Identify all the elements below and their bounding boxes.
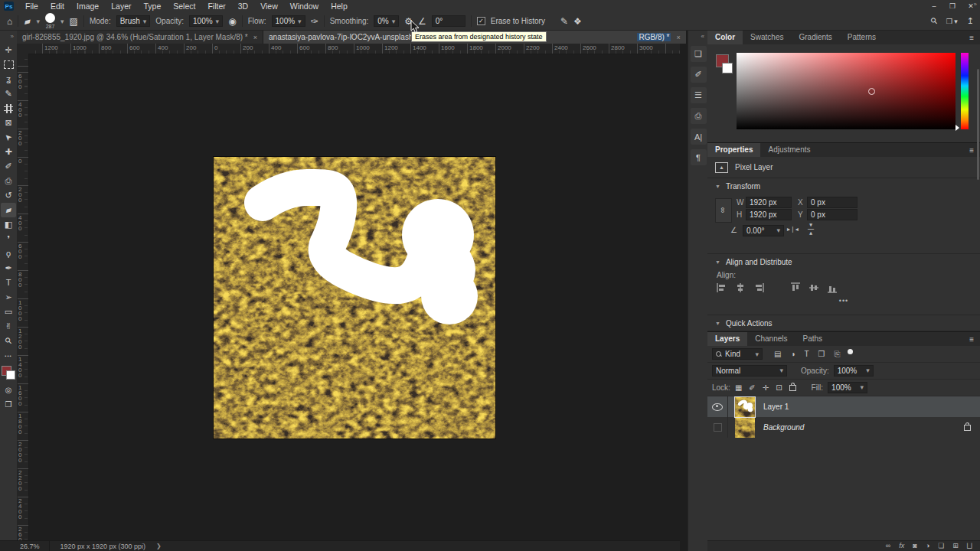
kind-filter-type-icon[interactable]: T: [805, 350, 809, 359]
lock-transparent-icon[interactable]: ▦: [735, 383, 742, 392]
x-field[interactable]: 0 px: [807, 197, 858, 208]
layers-tab-layers[interactable]: Layers: [707, 332, 747, 346]
edit-toolbar[interactable]: •••: [1, 348, 16, 363]
link-layers-icon[interactable]: ∞: [886, 543, 890, 549]
move-tool[interactable]: ✛: [1, 43, 16, 57]
vertical-ruler[interactable]: 6004002000200400600800100012001400160018…: [17, 54, 29, 541]
layer-opacity-dropdown[interactable]: 100%▾: [834, 365, 874, 377]
kind-filter-pixel-icon[interactable]: ▤: [774, 350, 781, 359]
share-icon[interactable]: ↥: [967, 16, 974, 26]
object-selection-tool[interactable]: ✎: [1, 86, 16, 101]
crop-tool[interactable]: [1, 101, 16, 116]
brush-settings-panel-icon[interactable]: ✐: [691, 67, 707, 83]
search-icon[interactable]: ⚲: [928, 15, 939, 27]
ruler-origin-corner[interactable]: [17, 44, 29, 54]
flip-horizontal-icon[interactable]: ▸❘◂: [787, 226, 799, 233]
hue-slider[interactable]: [961, 53, 969, 129]
layers-tab-channels[interactable]: Channels: [747, 332, 795, 346]
layer-effects-icon[interactable]: fx: [899, 543, 904, 549]
zoom-tool[interactable]: ⚲: [1, 334, 16, 348]
clone-source-panel-icon[interactable]: ⎙: [691, 108, 707, 124]
eyedropper-tool[interactable]: ➤: [1, 130, 16, 145]
color-picker-marker[interactable]: [868, 88, 875, 95]
menu-help[interactable]: Help: [325, 0, 354, 12]
dodge-tool[interactable]: ϙ: [1, 246, 16, 261]
hue-slider-marker[interactable]: [956, 125, 959, 131]
lasso-tool[interactable]: ʓ: [1, 72, 16, 86]
menu-layer[interactable]: Layer: [105, 0, 137, 12]
fill-dropdown[interactable]: 100%▾: [828, 382, 867, 393]
flip-vertical-icon[interactable]: ▸❘◂: [805, 226, 817, 233]
clone-stamp-tool[interactable]: ⎙: [1, 174, 16, 188]
menu-file[interactable]: File: [19, 0, 44, 12]
menu-filter[interactable]: Filter: [201, 0, 231, 12]
align-right-button[interactable]: [753, 282, 764, 293]
menu-edit[interactable]: Edit: [44, 0, 70, 12]
panels-collapse-icon[interactable]: »: [974, 1, 977, 8]
blend-mode-dropdown[interactable]: Normal▾: [712, 365, 787, 377]
tab-close-icon[interactable]: ×: [676, 34, 680, 41]
quick-actions-header[interactable]: ▼ Quick Actions: [715, 319, 972, 328]
eraser-preset-chevron-icon[interactable]: ▾: [36, 18, 40, 25]
new-layer-icon[interactable]: ⊞: [952, 543, 959, 549]
properties-scrollbar[interactable]: [977, 69, 979, 180]
y-field[interactable]: 0 px: [807, 209, 858, 220]
width-field[interactable]: 1920 px: [746, 197, 792, 208]
filter-toggle[interactable]: [848, 349, 853, 354]
color-panel-menu-icon[interactable]: ≡: [963, 31, 980, 44]
erase-to-history-label[interactable]: Erase to History: [491, 17, 545, 25]
layer-thumbnail[interactable]: [735, 418, 755, 438]
smoothing-dropdown[interactable]: 0%▾: [374, 15, 399, 27]
character-panel-icon[interactable]: A|: [691, 129, 707, 145]
dock-expand-icon[interactable]: «: [701, 33, 704, 40]
layer-filter-dropdown[interactable]: Kind ▾: [712, 348, 763, 360]
document-tab-1[interactable]: girl-826855_1920.jpg @ 34.6% (Hue/Satura…: [17, 31, 263, 44]
color-tab-patterns[interactable]: Patterns: [840, 31, 884, 44]
hand-tool[interactable]: ✌: [1, 319, 16, 334]
layer-thumbnail[interactable]: [735, 397, 755, 417]
airbrush-icon[interactable]: ✑: [311, 17, 318, 26]
layer-row[interactable]: Background: [707, 417, 980, 438]
color-picker-field[interactable]: [737, 53, 956, 129]
align-top-button[interactable]: [790, 282, 801, 293]
frame-tool[interactable]: ⊠: [1, 116, 16, 130]
menu-window[interactable]: Window: [284, 0, 325, 12]
transform-header[interactable]: ▼ Transform: [715, 182, 972, 191]
new-adjustment-layer-icon[interactable]: ◑: [926, 543, 929, 549]
brushes-panel-icon[interactable]: ☰: [691, 87, 707, 103]
rectangular-marquee-tool[interactable]: [1, 57, 16, 72]
delete-layer-icon[interactable]: ⨆: [967, 543, 972, 549]
layer-name[interactable]: Layer 1: [763, 403, 789, 411]
add-layer-mask-icon[interactable]: ◙: [913, 543, 916, 549]
align-center-vertical-button[interactable]: [808, 282, 819, 293]
layers-tab-paths[interactable]: Paths: [795, 332, 831, 346]
background-color-mini-swatch[interactable]: [722, 63, 733, 73]
path-selection-tool[interactable]: ➢: [1, 290, 16, 305]
brush-tool[interactable]: ✐: [1, 159, 16, 174]
rectangle-tool[interactable]: ▭: [1, 305, 16, 319]
layers-panel-menu-icon[interactable]: ≡: [963, 332, 980, 346]
pen-tool[interactable]: ✒: [1, 261, 16, 276]
pressure-opacity-button-icon[interactable]: ✎: [560, 17, 568, 26]
restore-button[interactable]: ❐: [943, 0, 962, 12]
layer-name[interactable]: Background: [763, 423, 804, 432]
type-tool[interactable]: T: [1, 276, 16, 290]
tab-close-icon[interactable]: ×: [253, 34, 257, 41]
color-tab-gradients[interactable]: Gradients: [791, 31, 839, 44]
flow-dropdown[interactable]: 100%▾: [272, 15, 305, 27]
toolbar-collapse-icon[interactable]: »: [11, 33, 17, 40]
brush-settings-toggle-icon[interactable]: ▨: [70, 17, 78, 26]
color-tab-color[interactable]: Color: [707, 31, 743, 44]
spot-healing-brush-tool[interactable]: ✚: [1, 145, 16, 159]
color-tab-swatches[interactable]: Swatches: [743, 31, 791, 44]
eraser-preset-icon[interactable]: ▰: [23, 16, 32, 27]
erase-to-history-checkbox[interactable]: ✓: [477, 17, 485, 25]
properties-tab-adjustments[interactable]: Adjustments: [760, 143, 818, 157]
align-left-button[interactable]: [717, 282, 727, 293]
paragraph-panel-icon[interactable]: ¶: [691, 149, 707, 165]
horizontal-ruler[interactable]: 1200100080060040020002004006008001000120…: [28, 44, 680, 54]
canvas-image[interactable]: [214, 157, 495, 439]
lock-paint-icon[interactable]: ✐: [749, 383, 755, 392]
align-bottom-button[interactable]: [827, 282, 838, 293]
history-panel-icon[interactable]: ❏: [691, 46, 707, 62]
